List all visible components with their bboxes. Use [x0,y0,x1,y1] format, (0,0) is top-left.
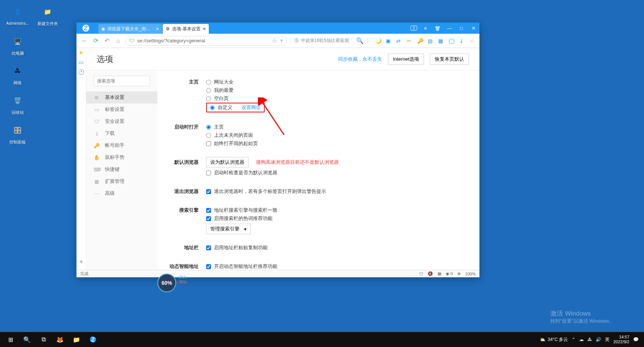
check-default-checkbox[interactable] [206,171,211,175]
sidebar-item-security[interactable]: 🛡安全设置 [86,115,157,127]
content-area: ★ ▭ 🕐 + 选项 同步收藏，永不丢失 Internet选项 恢复本页默认 ⚙… [76,48,479,270]
mute-icon[interactable]: 🔇 [428,271,433,276]
startup-radio-home[interactable] [206,125,211,130]
grid-status-icon[interactable]: ▦ [437,271,441,276]
url-input[interactable]: 🛡 se://settings/?category=general ☆ ▾ [125,36,287,46]
search-hint[interactable]: Ⓢ 中超第16轮5场比赛延期 [290,37,353,44]
sidebar-item-advanced[interactable]: ⋯高级 [86,187,157,199]
history-icon[interactable]: 🕐 [78,69,84,75]
tab-close-icon[interactable]: × [203,26,206,32]
zoom-icon[interactable]: ⊕ [457,271,461,276]
default-browser-label: 默认浏览器 [169,158,206,177]
close-button[interactable]: ✕ [467,22,479,34]
firefox-icon[interactable]: 🦊 [52,332,68,347]
search-task-icon[interactable]: 🔍 [19,332,35,347]
homepage-radio-fav[interactable] [206,88,211,93]
explorer-icon[interactable]: 📁 [68,332,85,347]
sidebar-item-account[interactable]: 🔑帐号助手 [86,139,157,151]
startup-checkbox-always[interactable] [206,141,211,146]
tray-ime[interactable]: 英 [605,337,610,343]
start-button[interactable]: ⊞ [2,332,19,347]
smartbar-label: 动态智能地址栏 [169,262,206,270]
sogou-task-icon[interactable] [85,332,101,347]
exit-warn-checkbox[interactable] [206,189,211,194]
desktop-icon-folder[interactable]: 📁新建文件夹 [34,4,61,27]
reader-icon[interactable]: ▭ [79,59,84,65]
homepage-radio-custom[interactable] [210,105,215,110]
left-rail: ★ ▭ 🕐 + [76,48,86,270]
homepage-radio-all[interactable] [206,80,211,85]
sidebar-item-download[interactable]: ⤓下载 [86,127,157,139]
desktop-icon-admin[interactable]: 👤Administra... [4,4,31,27]
tab-count-badge[interactable]: 2 [410,25,417,31]
shield-icon: 🛡 [129,38,134,43]
tray-clock[interactable]: 14:57 2022/9/2 [613,335,629,344]
tray-chevron-icon[interactable]: ⌃ [572,337,575,342]
sidebar-item-basic[interactable]: ⚙基本设置 [86,91,157,103]
skin-icon[interactable]: 👕 [431,22,443,34]
undo-button[interactable]: ↶ [103,37,111,45]
startup-label: 启动时打开 [169,123,206,148]
speed-indicator[interactable]: 60% [157,274,176,292]
translate-icon[interactable]: ⇄ [396,38,402,44]
search-icon[interactable]: 🔍 [356,37,364,45]
tab-settings[interactable]: ⚙ 选项-基本设置 × [163,24,209,34]
sidebar-item-tabs[interactable]: ▭标签设置 [86,103,157,115]
page-title: 选项 [97,54,113,65]
scissors-icon[interactable]: ✂ [407,38,413,44]
refresh-button[interactable]: ⟳ [91,37,100,45]
startup-radio-last[interactable] [206,133,211,138]
sidebar-item-gesture[interactable]: ✋鼠标手势 [86,151,157,163]
addressbar-paste-checkbox[interactable] [206,245,211,250]
taskbar: ⊞ 🔍 ⧉ 🦊 📁 ⛅ 34°C 多云 ⌃ ☁ 🖧 🔊 英 14:57 2022… [0,332,644,347]
desktop-icon-control-panel[interactable]: 🎛️控制面板 [4,122,31,145]
sidebar-item-extension[interactable]: ▦扩展管理 [86,175,157,187]
smartbar-enable-checkbox[interactable] [206,264,211,269]
notification-icon[interactable]: 💬 [633,337,639,342]
tray-cloud-icon[interactable]: ☁ [579,337,584,342]
search-hotword-checkbox[interactable] [206,216,211,221]
desktop-icon-pc[interactable]: 🖥️此电脑 [4,33,31,56]
search-sync-checkbox[interactable] [206,208,211,213]
weather-widget[interactable]: ⛅ 34°C 多云 [540,337,568,343]
tray-network-icon[interactable]: 🖧 [587,337,592,342]
search-input[interactable] [94,76,150,86]
tab-close-icon[interactable]: × [156,26,159,32]
star-icon[interactable]: ☆ [272,37,277,44]
maximize-button[interactable]: □ [455,22,467,34]
homepage-radio-blank[interactable] [206,96,211,101]
help-icon[interactable]: ◯ [449,38,455,44]
set-url-link[interactable]: 设置网址 [241,104,261,111]
status-bar: 完成 🛡 🔇 ▦ ◉ 0 ⊕ 100% [76,270,479,277]
restore-defaults-button[interactable]: 恢复本页默认 [430,54,469,65]
set-default-button[interactable]: 设为默认浏览器 [206,157,249,168]
manage-search-button[interactable]: 管理搜索引擎▾ [206,224,251,234]
desktop-icon-network[interactable]: 🖧网络 [4,63,31,86]
bookmarks-icon[interactable]: ★ [79,49,84,55]
addressbar-label: 地址栏 [169,244,206,252]
back-button[interactable]: ← [80,37,88,45]
sogou-logo-icon [82,24,90,32]
sync-link[interactable]: 同步收藏，永不丢失 [338,56,382,63]
counter-icon[interactable]: ◉ 0 [446,271,453,276]
note-icon[interactable]: ▤ [428,38,434,44]
add-panel-icon[interactable]: + [79,258,83,266]
download-icon[interactable]: ⤓ [459,38,465,44]
menu-icon[interactable]: ≡ [419,22,431,34]
home-button[interactable]: ⌂ [114,37,122,45]
fav-star-icon[interactable]: ☆ [470,38,476,44]
tab-downloads[interactable]: ◉ 浏览器下载大全_浏览器 × [98,24,162,34]
minimize-button[interactable]: — [443,22,455,34]
settings-sidebar: ⚙基本设置 ▭标签设置 🛡安全设置 ⤓下载 🔑帐号助手 ✋鼠标手势 ⌨快捷键 ▦… [86,70,157,270]
news-icon[interactable]: ▣ [386,38,392,44]
key-icon[interactable]: 🔑 [417,38,423,44]
sidebar-item-shortcut[interactable]: ⌨快捷键 [86,163,157,175]
shield-status-icon[interactable]: 🛡 [419,272,423,276]
tray-volume-icon[interactable]: 🔊 [596,337,601,342]
internet-options-button[interactable]: Internet选项 [388,54,424,65]
tab-strip: ◉ 浏览器下载大全_浏览器 × ⚙ 选项-基本设置 × [95,22,210,34]
desktop-icon-recycle[interactable]: 🗑️回收站 [4,93,31,115]
wallet-icon[interactable]: ▦ [438,38,444,44]
task-view-icon[interactable]: ⧉ [35,332,52,347]
moon-icon[interactable]: 🌙 [375,38,381,44]
